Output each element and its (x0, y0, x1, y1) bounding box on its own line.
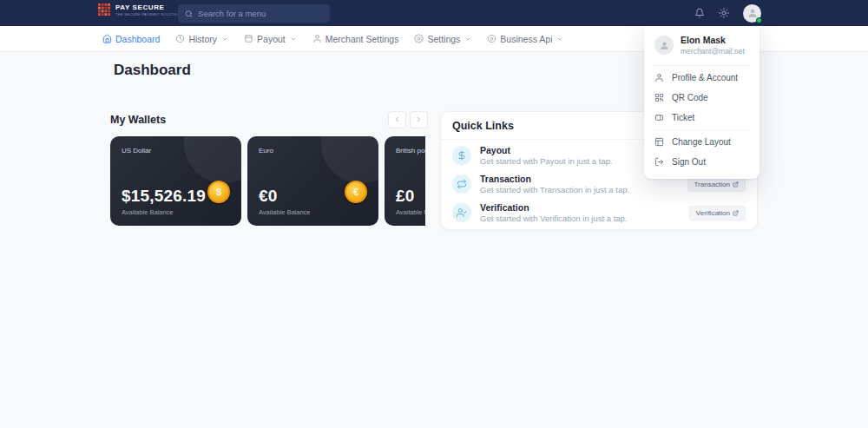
nav-item-history[interactable]: History (175, 34, 228, 44)
menu-item-sign-out[interactable]: Sign Out (644, 152, 760, 172)
transaction-button-label: Transaction (694, 181, 731, 188)
nav-label: Settings (427, 34, 460, 44)
menu-item-label: Ticket (672, 113, 694, 122)
wallet-balance: €0 (259, 187, 311, 206)
search-box[interactable] (178, 4, 330, 23)
quick-link-description: Get started with Verification in just a … (480, 214, 628, 223)
menu-divider (654, 129, 749, 130)
wallet-card-euro[interactable]: Euro €0 Available Balance € (247, 136, 378, 226)
topbar: Pay Secure The secure payment solution (0, 0, 868, 26)
nav-label: Business Api (500, 34, 552, 44)
wallets-section-title: My Wallets (110, 114, 166, 126)
menu-item-profile-account[interactable]: Profile & Account (644, 68, 760, 88)
quick-link-description: Get started with Payout in just a tap. (480, 156, 613, 166)
menu-item-label: Sign Out (672, 157, 706, 167)
home-icon (102, 34, 112, 43)
nav-item-dashboard[interactable]: Dashboard (102, 34, 160, 44)
history-clock-icon (175, 34, 185, 43)
wallet-currency: US Dollar (122, 147, 230, 155)
user-dropdown-menu: Elon Mask merchant@mail.net Profile & Ac… (644, 26, 760, 179)
payout-dollar-icon (452, 146, 471, 165)
nav-item-settings[interactable]: Settings (414, 34, 471, 44)
wallet-card-usd[interactable]: US Dollar $15,526.19 Available Balance $ (110, 136, 241, 226)
wallet-caption: Available Balance (259, 208, 311, 216)
external-link-icon (733, 210, 739, 216)
user-avatar[interactable] (743, 4, 761, 23)
user-menu-header: Elon Mask merchant@mail.net (644, 26, 760, 63)
online-status-dot (756, 17, 762, 23)
external-link-icon (733, 181, 739, 188)
theme-toggle-sun-icon[interactable] (719, 8, 729, 18)
brand-name: Pay Secure (115, 3, 181, 11)
wallet-balance: £0 (396, 187, 425, 206)
quick-link-description: Get started with Transaction in just a t… (480, 185, 629, 194)
wallet-caption: Available Balance (122, 208, 206, 216)
wallet-currency: Euro (259, 147, 367, 155)
box-icon (244, 34, 253, 43)
menu-item-ticket[interactable]: Ticket (644, 108, 760, 128)
chevron-down-icon (556, 36, 563, 43)
chevron-down-icon (464, 36, 471, 43)
menu-item-change-layout[interactable]: Change Layout (644, 132, 760, 152)
quick-link-verification[interactable]: Verification Get started with Verificati… (441, 200, 757, 226)
user-email: merchant@mail.net (681, 47, 745, 56)
nav-label: Merchant Settings (326, 34, 399, 44)
wallet-balance: $15,526.19 (122, 187, 206, 206)
ticket-icon (654, 113, 664, 122)
search-icon (185, 10, 193, 18)
nav-label: History (188, 34, 217, 44)
nav-label: Dashboard (115, 34, 160, 44)
coin-icon: $ (207, 181, 230, 203)
menu-divider (654, 65, 749, 66)
nav-label: Payout (257, 34, 286, 44)
wallet-carousel: US Dollar $15,526.19 Available Balance $… (110, 136, 425, 226)
quick-link-title: Verification (480, 202, 628, 213)
verification-button-label: Verification (696, 209, 730, 217)
nav-item-payout[interactable]: Payout (244, 34, 297, 44)
menu-item-qr-code[interactable]: QR Code (644, 88, 760, 108)
transaction-button[interactable]: Transaction (687, 177, 746, 192)
chevron-down-icon (290, 36, 297, 43)
verification-button[interactable]: Verification (689, 206, 746, 221)
brand-logo[interactable]: Pay Secure The secure payment solution (98, 3, 181, 16)
transaction-swap-icon (452, 174, 471, 194)
notifications-bell-icon[interactable] (694, 8, 705, 18)
brand-logo-icon (98, 3, 111, 16)
wallet-card-gbp[interactable]: British pound £0 Available Balance £ (385, 136, 425, 226)
wallet-caption: Available Balance (396, 208, 425, 216)
brand-tagline: The secure payment solution (115, 12, 181, 16)
disc-icon (487, 34, 496, 43)
menu-item-label: Profile & Account (672, 73, 738, 82)
coin-icon: € (345, 181, 367, 203)
wallet-currency: British pound (396, 147, 425, 155)
quick-link-title: Transaction (480, 174, 629, 184)
quick-link-title: Payout (480, 145, 613, 155)
carousel-next-button[interactable] (410, 111, 428, 128)
profile-user-icon (654, 73, 664, 82)
carousel-prev-button[interactable] (388, 111, 406, 128)
chevron-down-icon (221, 36, 228, 43)
menu-item-label: Change Layout (672, 137, 731, 147)
user-name: Elon Mask (681, 35, 745, 45)
verification-user-check-icon (452, 203, 471, 222)
search-input[interactable] (198, 9, 323, 18)
page-title: Dashboard (114, 62, 191, 79)
merchant-user-icon (312, 34, 322, 43)
nav-item-business-api[interactable]: Business Api (487, 34, 563, 44)
menu-item-label: QR Code (672, 93, 708, 102)
user-menu-avatar (654, 36, 674, 55)
qr-code-icon (654, 93, 664, 102)
layout-icon (654, 137, 664, 147)
gear-icon (414, 34, 424, 43)
sign-out-icon (654, 157, 664, 167)
nav-item-merchant-settings[interactable]: Merchant Settings (312, 34, 399, 44)
